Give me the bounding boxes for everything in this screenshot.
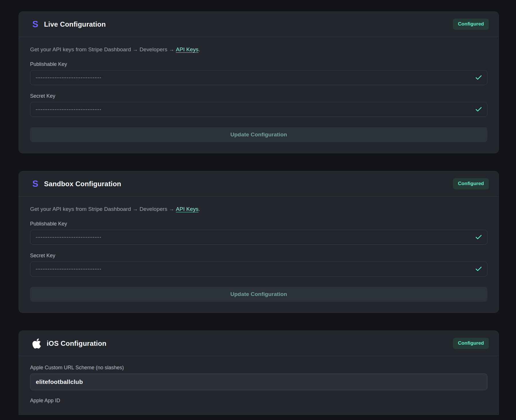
help-text-prefix: Get your API keys from Stripe Dashboard … (30, 46, 176, 52)
apple-url-scheme-field-wrap (30, 374, 487, 390)
stripe-icon: S (32, 179, 38, 188)
api-keys-help-text: Get your API keys from Stripe Dashboard … (30, 46, 487, 53)
api-keys-link[interactable]: API Keys (176, 206, 198, 212)
settings-page: S Live Configuration Configured Get your… (0, 0, 516, 420)
api-keys-help-text: Get your API keys from Stripe Dashboard … (30, 206, 487, 212)
live-card-body: Get your API keys from Stripe Dashboard … (19, 37, 499, 153)
help-text-suffix: . (198, 206, 200, 212)
status-badge: Configured (453, 19, 489, 30)
publishable-key-input[interactable] (30, 70, 487, 85)
update-configuration-button[interactable]: Update Configuration (30, 127, 487, 142)
update-configuration-button[interactable]: Update Configuration (30, 287, 487, 302)
apple-app-id-label: Apple App ID (30, 398, 487, 404)
help-text-prefix: Get your API keys from Stripe Dashboard … (30, 206, 176, 212)
live-configuration-card: S Live Configuration Configured Get your… (19, 11, 499, 153)
publishable-key-field-wrap (30, 230, 487, 245)
sandbox-card-title: Sandbox Configuration (44, 180, 121, 188)
stripe-icon: S (32, 20, 38, 29)
sandbox-configuration-card: S Sandbox Configuration Configured Get y… (19, 171, 499, 313)
secret-key-field-wrap (30, 262, 487, 276)
secret-key-input[interactable] (30, 262, 487, 276)
ios-card-body: Apple Custom URL Scheme (no slashes) App… (19, 356, 499, 415)
sandbox-card-body: Get your API keys from Stripe Dashboard … (19, 197, 499, 313)
apple-url-scheme-input[interactable] (30, 374, 487, 390)
sandbox-card-header: S Sandbox Configuration Configured (19, 171, 499, 197)
secret-key-label: Secret Key (30, 93, 487, 99)
api-keys-link[interactable]: API Keys (176, 46, 198, 52)
ios-configuration-card: iOS Configuration Configured Apple Custo… (19, 331, 499, 415)
live-card-title: Live Configuration (44, 20, 106, 28)
secret-key-input[interactable] (30, 102, 487, 117)
ios-card-title: iOS Configuration (47, 339, 107, 348)
publishable-key-label: Publishable Key (30, 221, 487, 227)
help-text-suffix: . (198, 46, 200, 52)
status-badge: Configured (453, 178, 489, 189)
publishable-key-input[interactable] (30, 230, 487, 245)
secret-key-field-wrap (30, 102, 487, 117)
live-card-header: S Live Configuration Configured (19, 12, 499, 37)
secret-key-label: Secret Key (30, 253, 487, 259)
status-badge: Configured (453, 338, 489, 349)
apple-icon (32, 338, 41, 349)
apple-url-scheme-label: Apple Custom URL Scheme (no slashes) (30, 365, 487, 371)
ios-card-header: iOS Configuration Configured (19, 331, 499, 356)
publishable-key-label: Publishable Key (30, 61, 487, 67)
publishable-key-field-wrap (30, 70, 487, 85)
